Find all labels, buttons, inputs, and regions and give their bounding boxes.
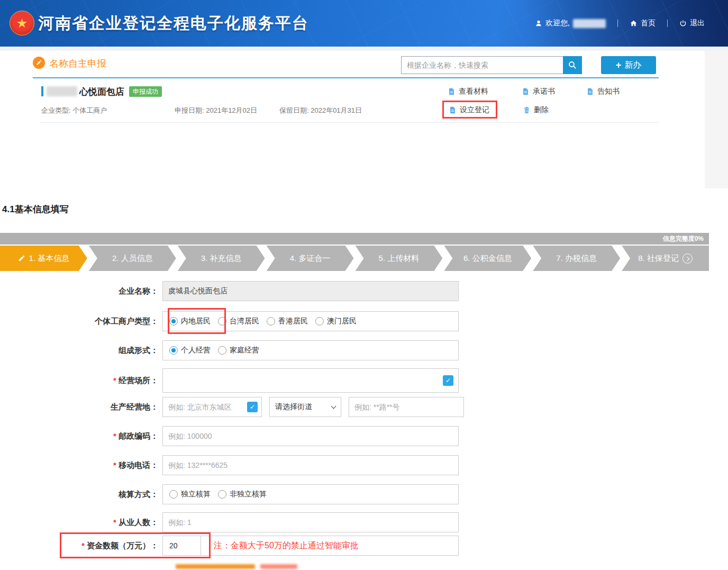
delete-label: 删除 bbox=[534, 105, 549, 115]
notification-letter-link[interactable]: 告知书 bbox=[586, 87, 620, 96]
radio-dot-icon bbox=[169, 490, 178, 499]
radio-dot-icon bbox=[218, 346, 226, 355]
commitment-letter-link[interactable]: 承诺书 bbox=[522, 87, 555, 96]
company-name-label: 企业名称： bbox=[0, 286, 162, 296]
delete-link[interactable]: 删除 bbox=[523, 105, 549, 115]
document-icon bbox=[449, 106, 457, 114]
radio-label: 台湾居民 bbox=[230, 316, 259, 326]
view-materials-link[interactable]: 查看材料 bbox=[448, 87, 488, 96]
home-link[interactable]: 首页 bbox=[630, 19, 656, 28]
page-right-gutter bbox=[705, 51, 728, 188]
composition-group: 个人经营 家庭经营 bbox=[162, 340, 459, 360]
step-label: 5. 上传材料 bbox=[379, 254, 420, 264]
logout-link[interactable]: 退出 bbox=[679, 19, 705, 28]
tab-step-basic-info[interactable]: 1. 基本信息 bbox=[0, 246, 87, 271]
row-company-name: 企业名称： bbox=[0, 281, 459, 301]
radio-dot-icon bbox=[169, 346, 178, 355]
national-emblem-logo: ★ bbox=[10, 11, 34, 35]
row-mobile-phone: 移动电话： bbox=[0, 455, 459, 475]
tab-step-upload-materials[interactable]: 5. 上传材料 bbox=[356, 246, 443, 271]
pencil-icon bbox=[18, 255, 25, 262]
radio-label: 家庭经营 bbox=[230, 346, 259, 355]
employee-count-field[interactable] bbox=[162, 512, 459, 532]
step-label: 4. 多证合一 bbox=[290, 254, 331, 264]
site-title: 河南省企业登记全程电子化服务平台 bbox=[38, 13, 309, 34]
header-divider bbox=[617, 20, 618, 27]
step-label: 6. 公积金信息 bbox=[463, 254, 512, 264]
radio-taiwan-resident[interactable]: 台湾居民 bbox=[218, 316, 259, 326]
radio-label: 澳门居民 bbox=[327, 316, 357, 326]
record-retain-date: 保留日期: 2022年01月31日 bbox=[279, 106, 362, 115]
establish-registration-label: 设立登记 bbox=[460, 105, 489, 115]
plus-icon: + bbox=[616, 60, 622, 70]
accounting-method-group: 独立核算 非独立核算 bbox=[162, 484, 459, 504]
cutoff-blurred-text bbox=[176, 564, 255, 569]
tab-step-housing-fund[interactable]: 6. 公积金信息 bbox=[444, 246, 531, 271]
radio-family-operation[interactable]: 家庭经营 bbox=[218, 346, 259, 355]
radio-independent-accounting[interactable]: 独立核算 bbox=[169, 490, 211, 499]
radio-dot-icon bbox=[267, 317, 275, 325]
header-divider bbox=[667, 20, 668, 27]
step-label: 3. 补充信息 bbox=[201, 254, 242, 264]
new-application-label: 新办 bbox=[624, 60, 641, 71]
record-company-type: 企业类型: 个体工商户 bbox=[41, 106, 107, 115]
home-icon bbox=[630, 20, 638, 27]
new-application-button[interactable]: + 新办 bbox=[601, 56, 656, 74]
radio-individual-operation[interactable]: 个人经营 bbox=[169, 346, 211, 355]
street-select[interactable]: 请选择街道 bbox=[269, 397, 341, 417]
chevron-down-icon bbox=[331, 403, 336, 409]
completeness-bar: 信息完整度0% bbox=[0, 233, 709, 245]
row-business-place: 经营场所： bbox=[0, 368, 459, 393]
search-icon bbox=[568, 60, 577, 70]
radio-hongkong-resident[interactable]: 香港居民 bbox=[267, 316, 308, 326]
postal-code-label: 邮政编码： bbox=[0, 431, 162, 441]
address-picker-icon[interactable] bbox=[443, 375, 453, 386]
cutoff-blurred-text bbox=[260, 564, 297, 569]
production-place-label: 生产经营地： bbox=[0, 402, 162, 412]
accounting-method-label: 核算方式： bbox=[0, 490, 162, 500]
step-label: 2. 人员信息 bbox=[112, 254, 153, 264]
radio-dot-icon bbox=[315, 317, 324, 325]
capital-amount-field[interactable]: 20 bbox=[163, 536, 201, 555]
postal-code-field[interactable] bbox=[162, 426, 459, 446]
row-employee-count: 从业人数： bbox=[0, 512, 459, 532]
record-company-name: 心悦面包店 bbox=[79, 86, 124, 98]
power-icon bbox=[679, 20, 687, 27]
tab-step-tax-info[interactable]: 7. 办税信息 bbox=[533, 246, 620, 271]
tab-step-multi-cert[interactable]: 4. 多证合一 bbox=[267, 246, 354, 271]
establish-registration-link[interactable]: 设立登记 bbox=[449, 105, 489, 115]
tab-step-social-security[interactable]: 8. 社保登记 bbox=[622, 246, 709, 271]
street-address-field[interactable] bbox=[349, 397, 464, 417]
radio-label: 独立核算 bbox=[181, 490, 211, 499]
radio-label: 个人经营 bbox=[181, 346, 211, 355]
edit-circle-icon bbox=[33, 57, 45, 69]
search-input[interactable] bbox=[401, 56, 563, 74]
step-label: 8. 社保登记 bbox=[638, 254, 679, 264]
row-composition: 组成形式： 个人经营 家庭经营 bbox=[0, 340, 459, 360]
mobile-phone-field[interactable] bbox=[162, 455, 459, 475]
district-wrap bbox=[162, 397, 262, 417]
district-picker-icon[interactable] bbox=[247, 402, 258, 412]
document-icon bbox=[522, 87, 530, 96]
radio-dot-icon bbox=[218, 490, 226, 499]
search-button[interactable] bbox=[563, 56, 582, 74]
company-name-field bbox=[162, 281, 459, 301]
radio-mainland-resident[interactable]: 内地居民 bbox=[169, 316, 211, 326]
redacted-company-prefix bbox=[47, 86, 77, 96]
row-postal-code: 邮政编码： bbox=[0, 426, 459, 446]
tab-step-supplement-info[interactable]: 3. 补充信息 bbox=[178, 246, 265, 271]
welcome-group: 欢迎您, bbox=[535, 19, 606, 28]
radio-macau-resident[interactable]: 澳门居民 bbox=[315, 316, 357, 326]
home-label: 首页 bbox=[641, 19, 656, 28]
doc-section-heading: 4.1基本信息填写 bbox=[2, 203, 69, 215]
tab-step-personnel-info[interactable]: 2. 人员信息 bbox=[89, 246, 176, 271]
row-production-place: 生产经营地： 请选择街道 bbox=[0, 397, 464, 417]
section-title: 名称自主申报 bbox=[49, 57, 106, 70]
business-place-field[interactable] bbox=[162, 368, 459, 393]
section-underline bbox=[33, 77, 659, 78]
step-label: 1. 基本信息 bbox=[29, 254, 70, 264]
chevron-right-circle-icon[interactable] bbox=[683, 254, 693, 264]
radio-non-independent-accounting[interactable]: 非独立核算 bbox=[218, 490, 267, 499]
radio-label: 香港居民 bbox=[278, 316, 308, 326]
step-label: 7. 办税信息 bbox=[556, 254, 597, 264]
